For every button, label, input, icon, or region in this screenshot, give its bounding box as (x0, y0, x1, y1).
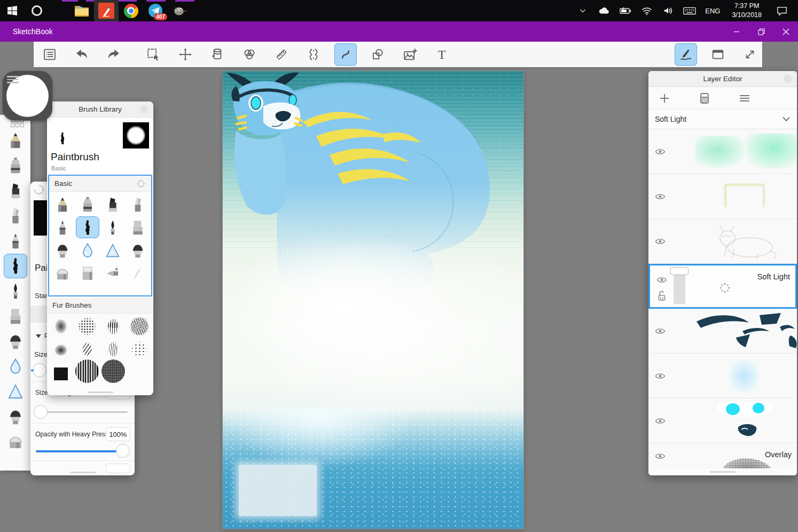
layer-editor-header[interactable]: Layer Editor (648, 71, 797, 87)
selection-tool-icon[interactable] (142, 43, 165, 66)
panel-drag-handle[interactable] (88, 392, 113, 393)
redo-icon[interactable] (103, 43, 125, 66)
strip-brush-brush-pen[interactable] (4, 279, 27, 303)
brush-set-dots-icon[interactable] (136, 179, 146, 189)
brush-pen-tool-icon[interactable] (675, 43, 697, 66)
brush-feather[interactable] (126, 262, 150, 284)
brush-dome-smudge[interactable] (51, 262, 74, 284)
strip-brush-smear-triangle[interactable] (4, 379, 27, 404)
fur-brush-3[interactable] (101, 315, 125, 337)
layer-visibility-icon[interactable] (655, 416, 666, 426)
fur-brush-6[interactable] (75, 338, 99, 360)
taskbar-gimp[interactable] (168, 0, 192, 21)
ruler-tool-icon[interactable] (270, 43, 293, 66)
symmetry-tool-icon[interactable] (302, 43, 325, 66)
brush-pencil[interactable] (51, 193, 74, 215)
layer-visibility-icon[interactable] (656, 275, 667, 285)
brush-library-header[interactable]: Brush Library (47, 101, 153, 118)
predictive-stroke-icon[interactable] (334, 43, 357, 66)
language-indicator[interactable]: ENG (702, 7, 723, 15)
action-center-icon[interactable] (770, 0, 794, 21)
import-image-icon[interactable] (398, 43, 421, 66)
undo-icon[interactable] (71, 43, 93, 66)
fur-brush-11[interactable] (101, 361, 125, 383)
color-adjust-icon[interactable] (238, 43, 261, 66)
layer-visibility-icon[interactable] (655, 237, 666, 246)
hidden-icons-chevron[interactable] (574, 0, 592, 21)
taskbar-chrome[interactable] (119, 0, 143, 21)
fur-brush-10[interactable] (75, 361, 99, 383)
start-button[interactable] (0, 0, 25, 21)
brush-flat-top-smudge[interactable] (76, 262, 99, 284)
battery-icon[interactable] (616, 0, 635, 21)
fur-brush-9[interactable] (49, 361, 73, 383)
strip-brush-pencil[interactable] (4, 128, 27, 153)
touch-keyboard-icon[interactable] (680, 0, 699, 21)
fur-brush-4[interactable] (128, 315, 151, 337)
cortana-button[interactable] (25, 0, 49, 21)
brush-paintbrush-selected[interactable] (76, 216, 99, 238)
transform-tool-icon[interactable] (174, 43, 197, 66)
fur-brush-1[interactable] (49, 315, 73, 337)
strip-brush-marker[interactable] (4, 178, 27, 203)
blend-mode-dropdown[interactable]: Soft Light (648, 109, 797, 129)
layer-row-3[interactable] (648, 219, 797, 264)
strip-brush-water-blend[interactable] (4, 354, 27, 379)
brush-flat-brush[interactable] (126, 216, 150, 238)
partial-value-box[interactable] (106, 464, 130, 473)
layer-row-8[interactable]: Overlay (648, 443, 797, 469)
layer-menu-icon[interactable] (729, 88, 761, 109)
fur-brush-5[interactable] (49, 338, 73, 360)
layer-visibility-icon[interactable] (655, 451, 666, 461)
panel-drag-handle[interactable] (710, 471, 736, 473)
strip-brush-airbrush[interactable] (4, 153, 27, 178)
restore-button[interactable] (749, 21, 773, 42)
opacity-slider-track[interactable] (36, 450, 123, 452)
opacity-slider-handle[interactable] (116, 444, 130, 458)
menu-icon[interactable] (38, 43, 61, 66)
minimize-button[interactable] (724, 21, 749, 42)
layer-visibility-icon[interactable] (655, 371, 666, 381)
layer-row-4-selected[interactable]: Soft Light (648, 264, 797, 309)
brush-water-blend[interactable] (76, 239, 99, 261)
text-tool-icon[interactable]: T (431, 43, 453, 66)
fur-brush-7[interactable] (101, 338, 125, 360)
strip-brush-flat-brush[interactable] (4, 304, 27, 328)
wifi-icon[interactable] (638, 0, 656, 21)
strip-brush-chisel-marker[interactable] (4, 204, 27, 228)
taskbar-telegram[interactable]: 407 (143, 0, 168, 21)
layer-style-icon[interactable] (689, 88, 721, 109)
drawing-canvas[interactable] (223, 71, 523, 529)
layer-row-5[interactable] (648, 309, 797, 354)
puck-menu-icon[interactable] (7, 74, 19, 85)
layer-visibility-icon[interactable] (655, 192, 666, 201)
strip-brush-dome-smudge[interactable] (4, 429, 27, 454)
opacity-heavy-pressure-value[interactable]: 100% (106, 427, 130, 441)
brush-airbrush-gun[interactable] (101, 262, 124, 284)
add-layer-icon[interactable] (648, 88, 680, 109)
fur-brush-8[interactable] (128, 338, 151, 360)
brush-round-brush[interactable] (51, 239, 74, 261)
windows-panels-icon[interactable] (707, 43, 729, 66)
layer-row-6[interactable] (648, 354, 797, 398)
brush-chisel-marker[interactable] (126, 193, 150, 215)
panel-drag-handle[interactable] (70, 472, 96, 473)
taskbar-sketchbook[interactable] (94, 0, 119, 21)
strip-brush-soft-round[interactable] (4, 404, 27, 429)
onedrive-cloud-icon[interactable] (595, 0, 613, 21)
layer-visibility-icon[interactable] (655, 326, 666, 336)
brush-marker[interactable] (101, 193, 124, 215)
fur-brush-2[interactable] (75, 315, 99, 337)
brush-smear-triangle[interactable] (101, 239, 124, 261)
close-button[interactable] (773, 21, 798, 42)
fill-tool-icon[interactable] (206, 43, 229, 66)
size-light-slider-handle[interactable] (34, 405, 48, 419)
brush-ballpoint-pen[interactable] (51, 216, 74, 238)
layer-row-1[interactable] (648, 129, 797, 174)
layer-lock-icon[interactable] (656, 290, 667, 302)
layer-opacity-handle[interactable] (670, 267, 689, 275)
volume-icon[interactable] (659, 0, 677, 21)
layer-row-2[interactable] (648, 174, 797, 219)
layer-row-7[interactable] (648, 398, 797, 443)
color-brush-puck[interactable] (3, 71, 52, 121)
